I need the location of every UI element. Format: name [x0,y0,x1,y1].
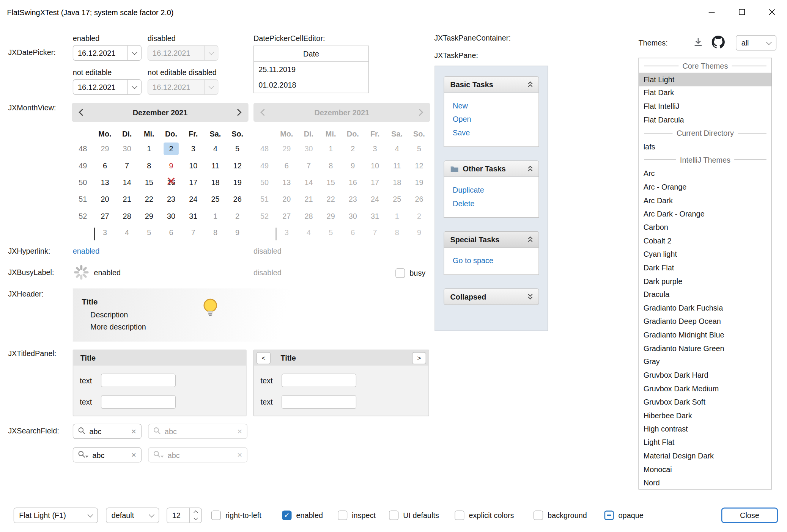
day-cell[interactable]: 19 [227,176,249,188]
search-value[interactable]: abc [89,427,127,435]
taskpane-header[interactable]: Special Tasks [444,231,539,248]
theme-item[interactable]: Dracula [639,288,771,301]
theme-item[interactable]: Nord [639,476,771,489]
checkbox-background[interactable] [534,511,543,520]
datepicker-noteditable[interactable]: 16.12.2021 [73,79,142,95]
theme-item[interactable]: Gradianto Dark Fuchsia [639,301,771,314]
text-input[interactable] [282,395,356,409]
day-cell[interactable]: 23 [160,193,182,205]
text-input[interactable] [101,373,176,387]
theme-item[interactable]: Carbon [639,220,771,234]
taskpane-link[interactable]: Open [453,112,538,126]
day-cell[interactable]: 6 [160,226,182,239]
theme-item[interactable]: Cobalt 2 [639,234,771,247]
day-cell[interactable]: 21 [116,193,138,205]
taskpane-header[interactable]: Collapsed [444,289,539,305]
prev-month-button[interactable] [72,103,93,122]
text-input[interactable] [101,395,176,409]
table-row[interactable]: 01.02.2018 [254,77,368,93]
day-cell[interactable]: 29 [138,210,160,222]
close-button[interactable]: Close [721,508,778,523]
github-icon[interactable] [712,36,725,50]
day-cell[interactable]: 4 [116,226,138,239]
checkbox-opaque[interactable] [604,511,614,520]
clear-icon[interactable]: ✕ [131,451,136,459]
theme-item[interactable]: Flat Dark [639,86,771,99]
checkbox-enabled[interactable] [282,511,291,520]
theme-item[interactable]: Light Flat [639,436,771,449]
font-size-spinner[interactable]: 12 [167,508,202,523]
day-cell[interactable]: 28 [116,210,138,222]
theme-item[interactable]: Material Design Dark [639,449,771,462]
search-field-enabled[interactable]: abc ✕ [73,424,142,439]
spinner-up-button[interactable] [190,508,201,515]
checkbox-inspect[interactable] [338,511,347,520]
day-cell[interactable]: 2 [227,210,249,222]
day-cell[interactable]: 1 [138,143,160,155]
checkbox-right-to-left[interactable] [211,511,221,520]
taskpane-link[interactable]: Delete [453,196,538,210]
checkbox-busy[interactable] [395,268,405,278]
panel-left-button[interactable]: < [257,352,271,364]
theme-item[interactable]: Dark purple [639,274,771,287]
day-cell[interactable]: 30 [160,210,182,222]
taskpane-link[interactable]: Go to space [453,254,538,267]
day-cell[interactable]: 14 [116,176,138,188]
datepicker-enabled[interactable]: 16.12.2021 [73,45,142,61]
day-cell[interactable]: 7 [182,226,204,239]
datepicker-dropdown-button[interactable] [127,46,141,60]
day-cell[interactable]: 5 [138,226,160,239]
taskpane-link[interactable]: New [453,99,538,113]
theme-item[interactable]: Dark Flat [639,261,771,274]
day-cell[interactable]: 31 [182,210,204,222]
theme-item[interactable]: Gruvbox Dark Medium [639,382,771,395]
day-cell[interactable]: 30 [116,143,138,155]
day-cell[interactable]: 2 [160,143,182,155]
taskpane-header[interactable]: Other Tasks [444,160,539,177]
theme-item[interactable]: Arc - Orange [639,180,771,193]
search-value[interactable]: abc [92,450,127,459]
datepicker-dropdown-button[interactable] [127,80,141,94]
search-field-dropdown[interactable]: abc ✕ [73,447,142,463]
day-cell[interactable]: 18 [204,176,226,188]
theme-item[interactable]: Arc [639,167,771,180]
day-cell[interactable]: 24 [182,193,204,205]
day-cell[interactable]: 20 [94,193,116,205]
day-cell[interactable]: 10 [182,159,204,172]
day-cell[interactable]: 12 [227,159,249,172]
next-month-button[interactable] [227,103,249,122]
download-icon[interactable] [693,37,704,49]
clear-icon[interactable]: ✕ [131,428,136,435]
day-cell[interactable]: 25 [204,193,226,205]
theme-item[interactable]: Arc Dark [639,194,771,207]
theme-item[interactable]: Gradianto Nature Green [639,341,771,355]
text-input[interactable] [282,373,356,387]
spinner-value[interactable]: 12 [167,508,189,523]
theme-item[interactable]: Flat Light [639,73,771,86]
day-cell[interactable]: 11 [204,159,226,172]
themes-filter-combo[interactable]: all [736,35,776,51]
theme-item[interactable]: Flat IntelliJ [639,99,771,113]
theme-item[interactable]: Gruvbox Dark Hard [639,368,771,381]
theme-item[interactable]: Gradianto Deep Ocean [639,315,771,328]
maximize-button[interactable] [727,0,757,24]
day-cell[interactable]: 29 [94,143,116,155]
day-cell[interactable]: 3 [94,226,116,239]
day-cell[interactable]: 22 [138,193,160,205]
hyperlink-enabled[interactable]: enabled [73,247,100,255]
theme-item[interactable]: High contrast [639,422,771,435]
theme-item[interactable]: Hiberbee Dark [639,409,771,422]
laf-combo[interactable]: Flat Light (F1) [14,508,98,523]
day-cell[interactable]: 26 [227,193,249,205]
datepicker-value[interactable]: 16.12.2021 [73,46,127,60]
spinner-down-button[interactable] [190,515,201,523]
theme-item[interactable]: Cyan light [639,247,771,261]
day-cell[interactable]: 5 [227,143,249,155]
font-combo[interactable]: default [106,508,159,523]
panel-right-button[interactable]: > [412,352,426,364]
theme-item[interactable]: Arc Dark - Orange [639,207,771,220]
day-cell[interactable]: 9 [160,159,182,172]
taskpane-link[interactable]: Duplicate [453,183,538,197]
day-cell[interactable]: 15 [138,176,160,188]
day-cell[interactable]: 6 [94,159,116,172]
